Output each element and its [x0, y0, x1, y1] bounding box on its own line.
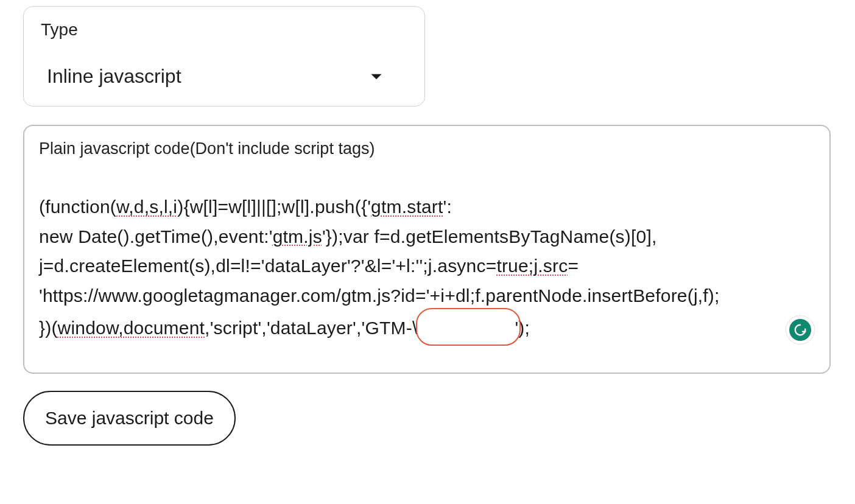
code-textarea[interactable]: (function(w,d,s,l,i){w[l]=w[l]||[];w[l].…: [39, 192, 815, 348]
spellcheck-mark: window,document: [58, 318, 205, 338]
save-javascript-code-button[interactable]: Save javascript code: [23, 391, 236, 446]
code-field-label: Plain javascript code(Don't include scri…: [39, 139, 815, 158]
code-field-container: Plain javascript code(Don't include scri…: [23, 125, 831, 374]
type-select-value: Inline javascript: [47, 65, 181, 88]
redaction-highlight: [416, 308, 521, 346]
type-field-label: Type: [41, 20, 407, 40]
type-select[interactable]: Inline javascript: [41, 65, 407, 88]
grammarly-icon: [789, 319, 811, 341]
spellcheck-mark: gtm.js: [273, 226, 322, 247]
type-field-container: Type Inline javascript: [23, 6, 425, 107]
spellcheck-mark: w,d,s,l,i: [116, 197, 177, 217]
spellcheck-mark: gtm.start: [371, 197, 443, 217]
chevron-down-icon: [370, 73, 383, 80]
spellcheck-mark: true;j.src: [496, 256, 568, 276]
